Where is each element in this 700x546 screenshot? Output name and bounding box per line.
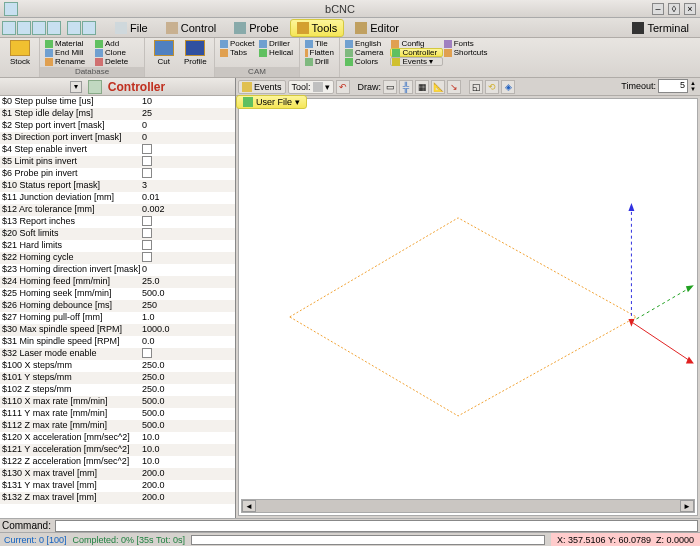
add-button[interactable]: Add: [94, 39, 139, 48]
table-row[interactable]: $101 Y steps/mm250.0: [0, 372, 235, 384]
param-value[interactable]: 0.01: [140, 192, 235, 204]
rename-button[interactable]: Rename: [44, 57, 94, 66]
checkbox[interactable]: [142, 228, 152, 238]
fonts-button[interactable]: Fonts: [443, 39, 491, 48]
minimize-button[interactable]: –: [652, 3, 664, 15]
scroll-left-button[interactable]: ◄: [242, 500, 256, 512]
draw-arrow-button[interactable]: ↘: [447, 80, 461, 94]
timeout-input[interactable]: 5: [658, 79, 688, 93]
qa-icon-5[interactable]: [67, 21, 81, 35]
table-row[interactable]: $130 X max travel [mm]200.0: [0, 468, 235, 480]
driller-button[interactable]: Driller: [258, 39, 295, 48]
table-row[interactable]: $2 Step port invert [mask]0: [0, 120, 235, 132]
cut-button[interactable]: Cut: [149, 39, 179, 67]
param-value[interactable]: 0.002: [140, 204, 235, 216]
param-value[interactable]: [140, 228, 235, 240]
param-value[interactable]: [140, 252, 235, 264]
param-value[interactable]: 25.0: [140, 276, 235, 288]
tile-button[interactable]: Tile: [304, 39, 335, 48]
table-row[interactable]: $111 Y max rate [mm/min]500.0: [0, 408, 235, 420]
param-value[interactable]: 25: [140, 108, 235, 120]
config-button[interactable]: Config: [390, 39, 442, 48]
table-row[interactable]: $0 Step pulse time [us]10: [0, 96, 235, 108]
table-row[interactable]: $131 Y max travel [mm]200.0: [0, 480, 235, 492]
collapse-icon[interactable]: ▾: [70, 81, 82, 93]
param-value[interactable]: 250.0: [140, 372, 235, 384]
table-row[interactable]: $5 Limit pins invert: [0, 156, 235, 168]
table-row[interactable]: $1 Step idle delay [ms]25: [0, 108, 235, 120]
table-row[interactable]: $100 X steps/mm250.0: [0, 360, 235, 372]
param-value[interactable]: 3: [140, 180, 235, 192]
checkbox[interactable]: [142, 156, 152, 166]
table-row[interactable]: $20 Soft limits: [0, 228, 235, 240]
param-value[interactable]: 500.0: [140, 408, 235, 420]
colors-button[interactable]: Colors: [344, 57, 390, 66]
param-value[interactable]: 10.0: [140, 456, 235, 468]
table-row[interactable]: $122 Z acceleration [mm/sec^2]10.0: [0, 456, 235, 468]
param-value[interactable]: 0: [140, 120, 235, 132]
table-row[interactable]: $21 Hard limits: [0, 240, 235, 252]
qa-icon-2[interactable]: [17, 21, 31, 35]
events-dropdown[interactable]: Events ▾: [390, 57, 442, 66]
draw-select-button[interactable]: ▭: [383, 80, 397, 94]
param-value[interactable]: 250: [140, 300, 235, 312]
pocket-button[interactable]: Pocket: [219, 39, 258, 48]
param-value[interactable]: 1.0: [140, 312, 235, 324]
draw-grid-button[interactable]: ▦: [415, 80, 429, 94]
table-row[interactable]: $13 Report inches: [0, 216, 235, 228]
delete-button[interactable]: Delete: [94, 57, 139, 66]
timeout-down[interactable]: ▼: [690, 86, 696, 92]
table-row[interactable]: $10 Status report [mask]3: [0, 180, 235, 192]
tab-file[interactable]: File: [108, 19, 155, 37]
table-row[interactable]: $32 Laser mode enable: [0, 348, 235, 360]
checkbox[interactable]: [142, 240, 152, 250]
table-row[interactable]: $102 Z steps/mm250.0: [0, 384, 235, 396]
parameter-table[interactable]: $0 Step pulse time [us]10$1 Step idle de…: [0, 96, 235, 518]
param-value[interactable]: [140, 168, 235, 180]
param-value[interactable]: 250.0: [140, 360, 235, 372]
table-row[interactable]: $121 Y acceleration [mm/sec^2]10.0: [0, 444, 235, 456]
table-row[interactable]: $31 Min spindle speed [RPM]0.0: [0, 336, 235, 348]
view-rotate-button[interactable]: ⟲: [485, 80, 499, 94]
camera-button[interactable]: Camera: [344, 48, 390, 57]
profile-button[interactable]: Profile: [181, 39, 211, 67]
tab-control[interactable]: Control: [159, 19, 223, 37]
checkbox[interactable]: [142, 144, 152, 154]
view-isometric-button[interactable]: ◈: [501, 80, 515, 94]
scroll-right-button[interactable]: ►: [680, 500, 694, 512]
qa-icon-6[interactable]: [82, 21, 96, 35]
draw-axes-button[interactable]: ╬: [399, 80, 413, 94]
table-row[interactable]: $30 Max spindle speed [RPM]1000.0: [0, 324, 235, 336]
view-fit-button[interactable]: ◱: [469, 80, 483, 94]
param-value[interactable]: [140, 156, 235, 168]
material-button[interactable]: Material: [44, 39, 94, 48]
endmill-button[interactable]: End Mill: [44, 48, 94, 57]
param-value[interactable]: 0: [140, 132, 235, 144]
table-row[interactable]: $11 Junction deviation [mm]0.01: [0, 192, 235, 204]
param-value[interactable]: [140, 348, 235, 360]
param-value[interactable]: 200.0: [140, 480, 235, 492]
helical-button[interactable]: Helical: [258, 48, 295, 57]
tabs-button[interactable]: Tabs: [219, 48, 258, 57]
command-input[interactable]: [55, 520, 698, 532]
canvas-viewport[interactable]: ◄ ►: [238, 98, 698, 516]
table-row[interactable]: $25 Homing seek [mm/min]500.0: [0, 288, 235, 300]
table-row[interactable]: $132 Z max travel [mm]200.0: [0, 492, 235, 504]
drill-button[interactable]: Drill: [304, 57, 335, 66]
clone-button[interactable]: Clone: [94, 48, 139, 57]
param-value[interactable]: 200.0: [140, 468, 235, 480]
tab-tools[interactable]: Tools: [290, 19, 345, 37]
checkbox[interactable]: [142, 168, 152, 178]
param-value[interactable]: 1000.0: [140, 324, 235, 336]
checkbox[interactable]: [142, 348, 152, 358]
param-value[interactable]: 10: [140, 96, 235, 108]
controller-header[interactable]: ▾ Controller: [0, 78, 235, 96]
param-value[interactable]: 0: [140, 264, 235, 276]
shortcuts-button[interactable]: Shortcuts: [443, 48, 491, 57]
close-button[interactable]: ×: [684, 3, 696, 15]
table-row[interactable]: $3 Direction port invert [mask]0: [0, 132, 235, 144]
maximize-button[interactable]: ◊: [668, 3, 680, 15]
english-button[interactable]: English: [344, 39, 390, 48]
userfile-button[interactable]: User File▾: [236, 95, 307, 109]
table-row[interactable]: $6 Probe pin invert: [0, 168, 235, 180]
